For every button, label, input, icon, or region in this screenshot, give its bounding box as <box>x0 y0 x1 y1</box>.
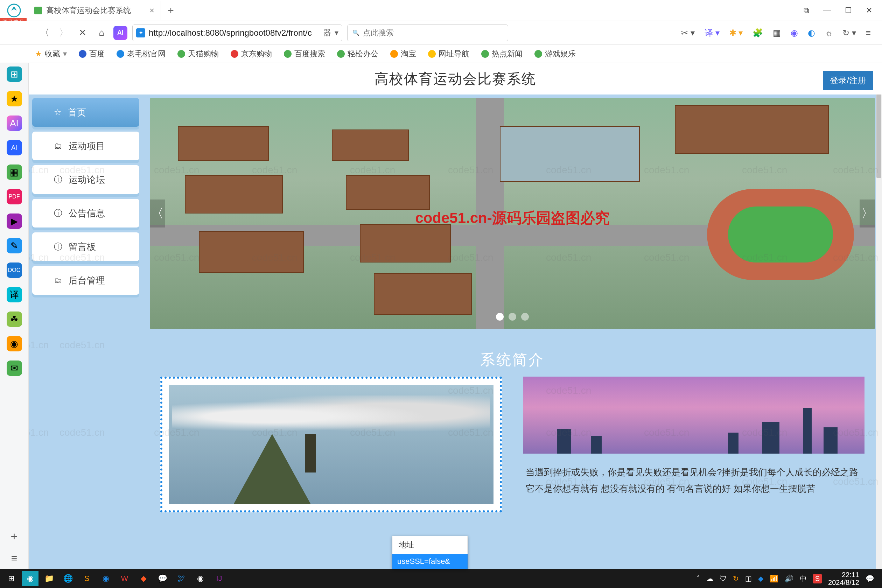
forward-button[interactable]: 〉 <box>57 26 71 40</box>
tb-wps-icon[interactable]: W <box>116 571 133 586</box>
refresh-icon[interactable]: ↻ ▾ <box>843 28 856 38</box>
bookmark-laomaotao[interactable]: 老毛桃官网 <box>117 49 165 59</box>
maximize-icon[interactable]: ☐ <box>845 6 852 15</box>
site-icon <box>177 50 185 58</box>
start-button[interactable]: ⊞ <box>3 571 20 586</box>
tb-wifi-icon[interactable]: 📶 <box>770 574 778 583</box>
url-input[interactable] <box>149 28 320 38</box>
menu-icon[interactable]: ≡ <box>866 28 871 38</box>
sidebar-app-2-icon[interactable]: ★ <box>7 91 22 106</box>
sidebar-app-4-icon[interactable]: AI <box>7 140 22 155</box>
tb-security-icon[interactable]: 🛡 <box>720 575 727 583</box>
translate-icon[interactable]: 译 ▾ <box>705 27 720 39</box>
browser-tab[interactable]: 高校体育运动会比赛系统 × <box>28 2 161 20</box>
apps-icon[interactable]: ▦ <box>773 28 781 38</box>
tb-sogou-icon[interactable]: S <box>813 574 822 584</box>
bookmark-nav[interactable]: 网址导航 <box>428 49 470 59</box>
tb-chrome-icon[interactable]: 🌐 <box>60 571 76 586</box>
bookmark-baidu[interactable]: 百度 <box>79 49 105 59</box>
search-input[interactable] <box>363 28 503 38</box>
tb-tray2-icon[interactable]: ◆ <box>758 574 764 583</box>
nav-admin[interactable]: 🗂后台管理 <box>32 266 139 295</box>
browser-logo-icon[interactable] <box>0 0 28 21</box>
tb-app1-icon[interactable]: ◆ <box>135 571 152 586</box>
bookmark-baidusearch[interactable]: 百度搜索 <box>284 49 325 59</box>
extensions-icon[interactable]: ✱ ▾ <box>729 28 743 38</box>
tb-app2-icon[interactable]: 🕊 <box>173 571 190 586</box>
tb-clock[interactable]: 22:11 2024/8/12 <box>828 571 859 586</box>
url-bar: 〈 〉 ✕ ⌂ AI ✦ 器 ▾ 🔍 ✂ ▾ 译 ▾ ✱ ▾ 🧩 ▦ ◉ ◐ ☼… <box>0 21 882 45</box>
tb-idea-icon[interactable]: IJ <box>211 571 228 586</box>
sidebar-app-8-icon[interactable]: ✎ <box>7 238 22 254</box>
nav-home[interactable]: ☆首页 <box>32 98 139 127</box>
carousel-dot-2[interactable] <box>508 313 516 321</box>
tb-notifications-icon[interactable]: 💬 <box>866 574 874 583</box>
url-translate-icon[interactable]: 器 <box>323 28 331 38</box>
tb-update-icon[interactable]: ↻ <box>733 574 739 583</box>
dotted-frame <box>160 376 502 512</box>
tb-sublime-icon[interactable]: S <box>78 571 95 586</box>
sidebar-app-7-icon[interactable]: ▶ <box>7 213 22 229</box>
nav-message[interactable]: ⓘ留言板 <box>32 232 139 261</box>
bookmark-office[interactable]: 轻松办公 <box>337 49 378 59</box>
address-value[interactable]: useSSL=false& <box>392 554 468 569</box>
carousel-dot-1[interactable] <box>496 313 504 321</box>
carousel-dot-3[interactable] <box>521 313 529 321</box>
tb-edge-icon[interactable]: ◉ <box>97 571 114 586</box>
theme-icon[interactable]: ☼ <box>825 28 832 38</box>
tb-browser-icon[interactable]: ◉ <box>22 571 39 586</box>
sidebar-app-12-icon[interactable]: ◉ <box>7 336 22 351</box>
bookmark-favorites[interactable]: ★收藏▾ <box>35 49 67 59</box>
sidebar-add-icon[interactable]: + <box>11 530 18 543</box>
tb-app3-icon[interactable]: ◉ <box>192 571 208 586</box>
nav-notice[interactable]: ⓘ公告信息 <box>32 199 139 228</box>
tb-tray-up-icon[interactable]: ˄ <box>696 574 700 583</box>
sidebar-app-6-icon[interactable]: PDF <box>7 189 22 204</box>
back-button[interactable]: 〈 <box>38 26 52 40</box>
search-wrap[interactable]: 🔍 <box>347 24 508 41</box>
sidebar-app-1-icon[interactable]: ⊞ <box>7 66 22 82</box>
address-panel[interactable]: 地址 useSSL=false& <box>392 536 468 569</box>
carousel-next-button[interactable]: 〉 <box>860 200 875 228</box>
sidebar-app-5-icon[interactable]: ▦ <box>7 165 22 180</box>
login-register-button[interactable]: 登录/注册 <box>823 71 873 90</box>
home-button[interactable]: ⌂ <box>94 26 108 40</box>
city-image <box>523 376 864 454</box>
tb-wechat-icon[interactable]: 💬 <box>154 571 171 586</box>
close-window-icon[interactable]: ✕ <box>866 6 872 15</box>
stop-button[interactable]: ✕ <box>76 26 90 40</box>
profile-icon[interactable]: ◐ <box>808 28 815 38</box>
sidebar-app-9-icon[interactable]: DOC <box>7 262 22 278</box>
tb-ime-icon[interactable]: 中 <box>800 574 807 584</box>
bookmark-taobao[interactable]: 淘宝 <box>390 49 416 59</box>
sidebar-app-3-icon[interactable]: AI <box>7 116 22 131</box>
nav-forum[interactable]: ⓘ运动论坛 <box>32 165 139 194</box>
tb-tray1-icon[interactable]: ◫ <box>745 574 752 583</box>
bookmark-news[interactable]: 热点新闻 <box>481 49 522 59</box>
sidebar-app-11-icon[interactable]: ☘ <box>7 312 22 327</box>
page-scrollbar[interactable] <box>876 63 882 569</box>
sidebar-menu-icon[interactable]: ≡ <box>11 552 18 564</box>
tb-volume-icon[interactable]: 🔊 <box>785 574 794 583</box>
tab-close-icon[interactable]: × <box>150 6 154 15</box>
nav-sports[interactable]: 🗂运动项目 <box>32 132 139 160</box>
cut-icon[interactable]: ✂ ▾ <box>681 28 695 38</box>
bookmark-games[interactable]: 游戏娱乐 <box>534 49 576 59</box>
sidebar-app-13-icon[interactable]: ✉ <box>7 360 22 376</box>
minimize-icon[interactable]: — <box>823 6 831 15</box>
puzzle-icon[interactable]: 🧩 <box>753 28 763 38</box>
tb-onedrive-icon[interactable]: ☁ <box>706 574 713 583</box>
new-tab-button[interactable]: + <box>164 4 178 16</box>
site-info-icon[interactable]: ✦ <box>136 28 145 38</box>
site-icon <box>534 50 542 58</box>
bookmark-tmall[interactable]: 天猫购物 <box>177 49 219 59</box>
circle-icon[interactable]: ◉ <box>790 28 798 38</box>
url-input-wrap[interactable]: ✦ 器 ▾ <box>132 24 342 41</box>
carousel-prev-button[interactable]: 〈 <box>150 200 165 228</box>
sidebar-app-10-icon[interactable]: 译 <box>7 287 22 302</box>
url-dropdown-icon[interactable]: ▾ <box>334 28 339 38</box>
bookmark-jd[interactable]: 京东购物 <box>231 49 272 59</box>
tb-files-icon[interactable]: 📁 <box>40 571 57 586</box>
screenshot-icon[interactable]: ⧉ <box>804 6 809 15</box>
ai-button[interactable]: AI <box>113 26 128 40</box>
